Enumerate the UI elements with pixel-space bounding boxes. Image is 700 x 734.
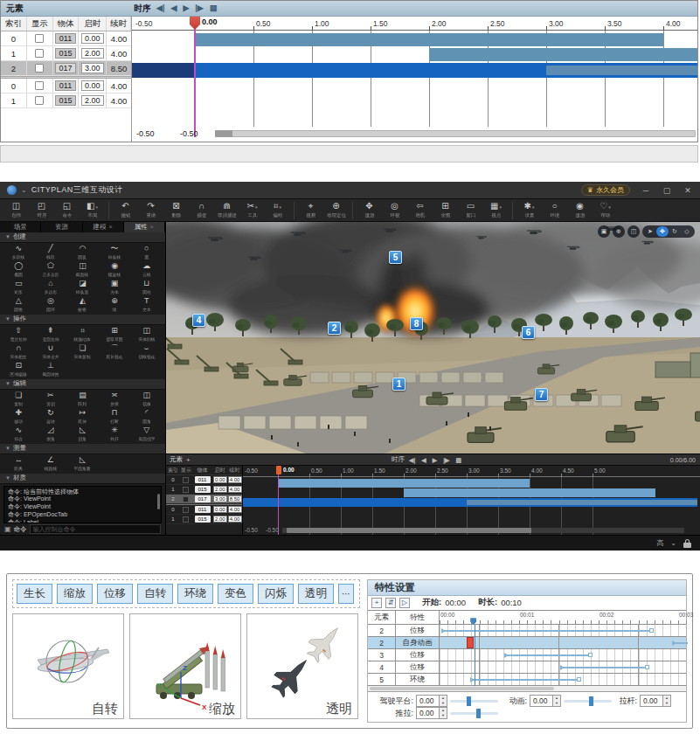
tool-圆环[interactable]: ◎圆环 [35,296,67,314]
control-spinner[interactable]: 0.00▲▼ [640,695,671,707]
view-height-label[interactable]: 高 [656,538,663,548]
tool-正多边形[interactable]: ⬠正多边形 [35,261,67,279]
tool-圆[interactable]: ○圆 [130,244,163,261]
property-row[interactable]: 4位移 [368,661,686,674]
tool-炸开[interactable]: ✳炸开 [99,426,131,443]
tool-镜像[interactable]: ◫镜像 [130,391,163,408]
tool-通过拉伸[interactable]: ⇧通过拉伸 [3,326,35,343]
viewport-marker-2[interactable]: 2 [328,322,341,335]
object-badge[interactable]: 015 [195,486,211,493]
toolbar-button-编组[interactable]: ⌗▾编组 [265,201,290,219]
tool-旋转[interactable]: ↻旋转 [35,408,67,426]
viewport-mode-1[interactable]: ✥ [656,226,669,237]
timeline-bar[interactable] [546,66,697,75]
property-track[interactable] [440,649,686,661]
tool-线路线[interactable]: ∠线路线 [35,455,67,473]
tool-移动[interactable]: ✚移动 [3,408,35,426]
track-end-marker[interactable] [577,677,581,682]
minimize-button[interactable]: ─ [641,186,651,195]
toolbar-button-相机[interactable]: ⇦相机 [407,201,433,219]
effect-button-环绕[interactable]: 环绕 [177,584,213,604]
playhead-handle[interactable] [276,466,281,474]
command-console[interactable]: 命令: 给当前特性选择物体命令: ViewPoint命令: ViewPoint命… [3,486,162,523]
tool-实体合并[interactable]: ∪实体合并 [35,343,67,361]
control-spinner[interactable]: 0.00▲▼ [416,695,447,707]
property-row[interactable]: 2自身动画 [368,637,686,649]
timeline-bar[interactable] [429,48,697,61]
viewport-marker-8[interactable]: 8 [410,317,423,330]
toolbar-button-捕捉[interactable]: ∩捕捉 [189,201,214,219]
tool-拼接[interactable]: ≍拼接 [99,391,131,408]
object-badge[interactable]: 017 [55,63,76,73]
show-checkbox[interactable] [35,34,44,43]
property-row[interactable]: 5环绕 [368,674,686,686]
timeline-bar[interactable] [404,488,655,497]
start-time-input[interactable]: 0.00 [81,33,104,44]
control-spinner[interactable]: 0.00▲▼ [530,695,561,707]
show-checkbox[interactable] [35,81,44,90]
object-badge[interactable]: 017 [195,495,211,502]
horizontal-scrollbar[interactable] [215,130,696,137]
toolbar-button-环视[interactable]: ◎环视 [382,201,407,219]
sidebar-tab-场景[interactable]: 场景 [0,222,41,232]
tool-延长锐化[interactable]: ⌒延长锐化 [99,343,131,361]
effect-button-变色[interactable]: 变色 [218,584,253,604]
thumbnail-scale[interactable]: Z Y X 缩放 [129,613,241,719]
start-time-input[interactable]: 0.00 [213,476,227,483]
track-start-marker[interactable] [672,641,676,646]
viewport-tool-circle-0[interactable]: ▣ [598,225,610,238]
tool-圆角[interactable]: ◜圆角 [130,408,163,426]
tool-截面线[interactable]: ◫截面线 [66,261,99,279]
spinner-down-icon[interactable]: ▼ [553,701,560,706]
start-time-input[interactable]: 2.00 [81,95,104,106]
property-track[interactable] [440,625,686,636]
film-button[interactable]: ▤ [210,4,218,12]
spinner-steppers[interactable]: ▲▼ [662,696,670,706]
control-slider[interactable] [450,712,498,715]
table-row[interactable]: 00110.004.00 [166,475,242,485]
object-badge[interactable]: 015 [55,95,76,106]
viewport-marker-7[interactable]: 7 [535,388,548,401]
viewport-tool-circle-2[interactable]: ◫ [627,225,640,238]
object-badge[interactable]: 015 [55,48,76,59]
slider-handle[interactable] [467,696,471,706]
props-tool-1[interactable]: ⇵ [385,598,396,608]
keyframe-block[interactable] [467,637,474,648]
slider-handle[interactable] [589,696,593,706]
section-header-编辑[interactable]: ▼编辑 [0,379,165,390]
toolbar-button-视察[interactable]: ⌖视察 [298,201,323,219]
section-header-创建[interactable]: ▼创建 [0,232,165,243]
viewport-marker-4[interactable]: 4 [192,314,205,327]
table-row[interactable]: 10152.004.00 [166,485,242,495]
timeline-bar[interactable] [278,479,530,488]
tool-切线锐化[interactable]: ⌣切线锐化 [130,343,163,361]
playhead-line[interactable] [194,17,196,137]
show-checkbox[interactable] [183,507,189,513]
track-start-marker[interactable] [504,653,509,658]
tool-圆锥[interactable]: △圆锥 [3,296,35,314]
member-badge[interactable]: ♛ 永久会员 [581,184,630,196]
track-end-marker[interactable] [649,628,654,633]
table-row[interactable]: 20173.008.50 [1,61,131,76]
tool-多段线[interactable]: ∿多段线 [3,244,35,261]
toolbar-button-布局[interactable]: ◧▾布局 [80,201,105,219]
film-button[interactable]: ▤ [455,456,461,464]
control-spinner[interactable]: 0.00▲▼ [416,707,447,719]
tool-区域偏移[interactable]: ⊡区域偏移 [3,361,35,378]
property-track[interactable] [440,637,686,648]
frame-back-button[interactable]: ◀ [421,456,426,464]
console-scrollbar[interactable] [157,494,160,509]
track-end-marker[interactable] [645,665,649,669]
thumbnail-transparent[interactable]: 透明 [246,613,358,719]
object-badge[interactable]: 011 [55,33,76,44]
tool-切角[interactable]: ◺切角 [66,426,99,443]
show-checkbox[interactable] [183,496,189,502]
scrollbar-thumb[interactable] [215,130,232,137]
track-start-marker[interactable] [560,665,565,670]
props-tool-2[interactable]: ▷ [399,598,410,608]
tool-平面角量[interactable]: ◺平面角量 [66,455,99,473]
table-row[interactable]: 10152.004.00 [1,46,131,61]
control-slider[interactable] [564,700,612,703]
tool-棱锥[interactable]: ◭棱锥 [66,296,99,314]
table-row[interactable]: 10152.004.00 [166,515,242,524]
